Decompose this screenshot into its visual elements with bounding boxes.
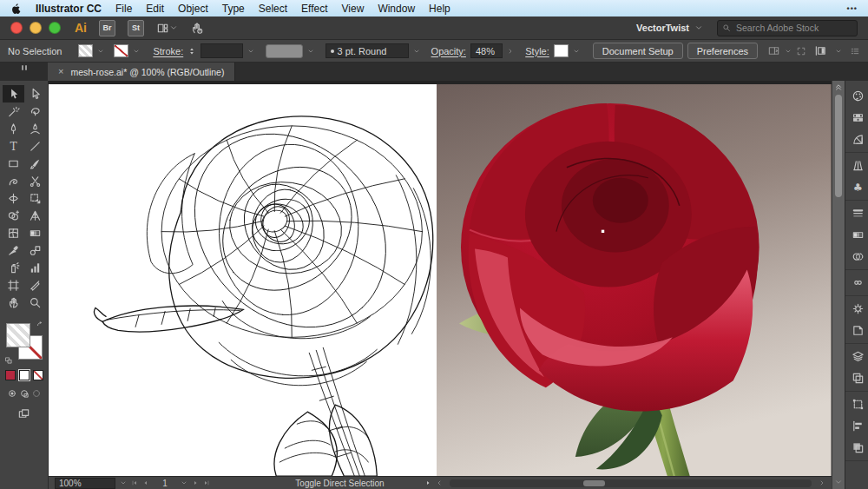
tool-blend[interactable] <box>24 241 46 259</box>
bridge-button[interactable]: Br <box>99 20 115 36</box>
chevron-right-icon[interactable] <box>507 48 514 55</box>
panel-swatches-button[interactable] <box>852 109 865 127</box>
zoom-window-button[interactable] <box>49 22 61 34</box>
tool-line-segment[interactable] <box>24 137 46 155</box>
default-fill-stroke-icon[interactable] <box>4 356 13 365</box>
gradient-button[interactable] <box>19 370 30 380</box>
tool-type[interactable]: T <box>3 137 24 155</box>
horizontal-scrollbar[interactable] <box>450 479 812 487</box>
adobe-stock-search[interactable] <box>717 20 858 36</box>
opacity-panel-label[interactable]: Opacity: <box>431 46 466 56</box>
tool-paintbrush[interactable] <box>24 155 46 172</box>
panel-flyout-icon[interactable] <box>767 44 780 57</box>
tool-rectangle[interactable] <box>3 155 24 172</box>
screen-mode-icon[interactable] <box>17 407 30 420</box>
variable-width-profile[interactable] <box>266 44 303 58</box>
tool-artboard[interactable] <box>3 276 24 294</box>
draw-inside-icon[interactable] <box>31 388 42 399</box>
chevron-down-icon[interactable] <box>307 48 314 55</box>
brush-definition-dropdown[interactable]: 3 pt. Round <box>326 43 409 58</box>
vertical-scroll-thumb[interactable] <box>835 95 842 197</box>
first-artboard-icon[interactable] <box>131 479 138 486</box>
previous-artboard-icon[interactable] <box>142 479 149 486</box>
tool-curvature[interactable] <box>24 120 46 137</box>
stroke-weight-stepper[interactable] <box>187 47 196 56</box>
canvas[interactable] <box>49 81 832 476</box>
tool-free-transform[interactable] <box>24 189 46 207</box>
workspace-switcher[interactable]: VectorTwist <box>636 23 703 33</box>
style-swatch[interactable] <box>554 44 569 57</box>
menu-item-file[interactable]: File <box>115 3 132 15</box>
scroll-left-icon[interactable] <box>436 479 443 486</box>
document-tab[interactable]: × mesh-rose.ai* @ 100% (RGB/Outline) <box>48 63 235 81</box>
panel-layers-button[interactable] <box>852 347 865 366</box>
list-options-icon[interactable] <box>850 46 860 56</box>
stock-search-input[interactable] <box>734 22 852 34</box>
illustrator-app-icon[interactable]: Ai <box>75 21 87 35</box>
tool-mesh[interactable] <box>3 224 24 241</box>
panel-stroke-button[interactable] <box>852 204 865 222</box>
draw-normal-icon[interactable] <box>7 388 17 399</box>
apple-icon[interactable] <box>10 3 22 15</box>
tool-shaper[interactable] <box>3 172 24 189</box>
tool-shape-builder[interactable] <box>3 207 24 224</box>
scroll-down-icon[interactable] <box>834 478 843 486</box>
panel-brushes-button[interactable] <box>852 156 865 175</box>
chevron-down-icon[interactable] <box>181 479 187 486</box>
status-tool-hint[interactable]: Toggle Direct Selection <box>260 479 420 488</box>
draw-behind-icon[interactable] <box>19 388 30 399</box>
panel-color-guide-button[interactable] <box>852 130 865 149</box>
tool-scissors[interactable] <box>24 172 46 189</box>
tool-pen[interactable] <box>3 120 24 137</box>
menu-overflow-dots[interactable]: ••• <box>847 4 858 13</box>
artboard-number[interactable]: 1 <box>154 479 176 488</box>
tool-direct-selection[interactable] <box>24 85 46 102</box>
tool-hand[interactable] <box>3 294 24 311</box>
stock-button[interactable]: St <box>128 20 144 36</box>
tool-zoom[interactable] <box>24 294 46 311</box>
zoom-level-field[interactable]: 100% <box>55 478 115 489</box>
panel-appearance-button[interactable] <box>852 300 865 318</box>
collapse-dock-icon[interactable] <box>834 83 843 91</box>
swap-fill-stroke-icon[interactable] <box>36 320 44 329</box>
horizontal-scroll-thumb[interactable] <box>583 480 605 486</box>
expand-panels-icon[interactable] <box>796 46 806 56</box>
artboard-outline-view[interactable] <box>49 84 437 476</box>
menu-item-effect[interactable]: Effect <box>301 3 327 15</box>
panel-transform-button[interactable] <box>852 395 865 413</box>
menu-item-select[interactable]: Select <box>259 3 287 15</box>
chevron-down-icon[interactable] <box>835 48 842 55</box>
last-artboard-icon[interactable] <box>203 479 210 486</box>
tool-gradient[interactable] <box>24 224 46 241</box>
menu-item-object[interactable]: Object <box>178 3 208 15</box>
chevron-down-icon[interactable] <box>785 48 792 55</box>
tool-perspective-grid[interactable] <box>24 207 46 224</box>
dock-panel-icon[interactable] <box>814 44 827 57</box>
opacity-field[interactable]: 48% <box>470 43 503 58</box>
close-window-button[interactable] <box>10 22 23 34</box>
panel-cc-libraries-button[interactable] <box>852 274 865 292</box>
none-button[interactable] <box>33 370 43 380</box>
toolbar-grip[interactable] <box>0 63 48 81</box>
panel-gradient-panel-button[interactable] <box>852 226 865 244</box>
next-artboard-icon[interactable] <box>192 479 199 486</box>
chevron-down-icon[interactable] <box>247 48 254 55</box>
play-icon[interactable] <box>424 479 431 486</box>
menu-item-window[interactable]: Window <box>378 3 415 15</box>
menu-item-illustrator[interactable]: Illustrator CC <box>36 3 102 15</box>
menu-item-type[interactable]: Type <box>222 3 245 15</box>
fill-proxy-swatch[interactable] <box>6 323 30 347</box>
tool-width[interactable] <box>3 189 24 207</box>
tool-symbol-sprayer[interactable] <box>3 259 24 276</box>
panel-align-button[interactable] <box>852 417 865 435</box>
scroll-right-icon[interactable] <box>819 479 825 486</box>
color-button[interactable] <box>5 370 16 380</box>
panel-pathfinder-button[interactable] <box>852 439 865 457</box>
artboard-preview-view[interactable] <box>437 84 832 476</box>
tool-magic-wand[interactable] <box>3 102 24 120</box>
panel-transparency-button[interactable] <box>852 248 865 266</box>
tool-selection[interactable] <box>3 85 24 102</box>
tool-lasso[interactable] <box>24 102 46 120</box>
menu-item-edit[interactable]: Edit <box>146 3 164 15</box>
touch-workspace-icon[interactable] <box>190 22 203 35</box>
